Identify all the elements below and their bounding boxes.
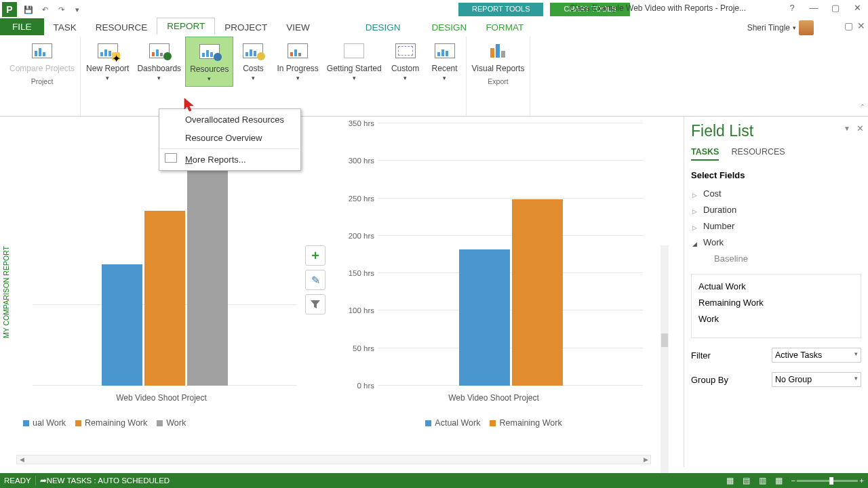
zoom-slider[interactable]: −+ (791, 476, 864, 485)
costs-button[interactable]: Costs▾ (233, 37, 273, 87)
help-icon[interactable]: ? (783, 0, 802, 15)
tab-report[interactable]: REPORT (157, 18, 215, 35)
resources-button[interactable]: Resources▾ (185, 37, 233, 87)
selected-fields-box[interactable]: Actual Work Remaining Work Work (691, 274, 861, 338)
tree-baseline[interactable]: Baseline (691, 251, 861, 267)
menu-resource-overview[interactable]: Resource Overview (161, 129, 299, 147)
in-progress-button[interactable]: In Progress▾ (273, 37, 322, 87)
filter-select[interactable]: Active Tasks▾ (772, 348, 861, 363)
groupby-label: Group By (691, 375, 728, 385)
maximize-icon[interactable]: ▢ (826, 0, 845, 15)
report-title-vertical: MY COMPARISON REPORT (0, 174, 12, 411)
getting-started-button[interactable]: Getting Started▾ (323, 37, 386, 87)
ribbon-group-project: Project (31, 76, 54, 87)
dashboards-button[interactable]: Dashboards▾ (133, 37, 185, 87)
tab-design-chart[interactable]: DESIGN (422, 20, 477, 35)
custom-button[interactable]: Custom▾ (386, 37, 425, 87)
ribbon-restore-icon[interactable]: ▢ (844, 20, 853, 31)
resources-dropdown: Overallocated Resources Resource Overvie… (159, 108, 301, 171)
tab-project[interactable]: PROJECT (215, 20, 277, 35)
qa-redo-icon[interactable]: ↷ (54, 2, 68, 17)
view-shortcut-4[interactable]: ▦ (771, 474, 787, 487)
new-report-button[interactable]: ✦ New Report▾ (82, 37, 133, 87)
status-schedule-icon[interactable]: ➦ (40, 476, 47, 485)
document-title: Class Example Web Video with Reports - P… (570, 3, 746, 13)
chart-filter-icon[interactable] (305, 294, 326, 314)
legend-actual-2: Actual Work (425, 418, 480, 428)
tab-view[interactable]: VIEW (277, 20, 319, 35)
panel-tab-resources[interactable]: RESOURCES (731, 147, 785, 161)
menu-more-reports[interactable]: More Reports... (161, 150, 299, 169)
filter-label: Filter (691, 350, 711, 361)
tree-number[interactable]: Number (691, 218, 861, 235)
chart1-category: Web Video Shoot Project (19, 393, 304, 403)
field-list-panel: ▼ ✕ Field List TASKS RESOURCES Select Fi… (684, 117, 868, 467)
chart-styles-icon[interactable]: ✎ (305, 270, 326, 290)
tab-design-report[interactable]: DESIGN (356, 20, 410, 35)
vertical-scrollbar[interactable] (660, 245, 669, 488)
horizontal-scrollbar[interactable]: ◀▶ (16, 455, 651, 464)
view-shortcut-3[interactable]: ▥ (755, 474, 771, 487)
recent-button[interactable]: Recent▾ (425, 37, 465, 87)
collapse-ribbon-icon[interactable]: ˆ (861, 104, 864, 113)
tree-duration[interactable]: Duration (691, 202, 861, 218)
status-newtasks[interactable]: NEW TASKS : AUTO SCHEDULED (47, 476, 170, 485)
tab-format[interactable]: FORMAT (476, 20, 533, 35)
panel-options-icon[interactable]: ▼ (844, 125, 850, 132)
user-account[interactable]: Sheri Tingle ▾ (747, 20, 814, 35)
compare-projects-button[interactable]: Compare Projects (5, 37, 79, 76)
tab-resource[interactable]: RESOURCE (86, 20, 157, 35)
legend-remaining-1: Remaining Work (75, 418, 147, 428)
context-report-tools: REPORT TOOLS (458, 3, 543, 16)
ribbon-close-icon[interactable]: ✕ (857, 20, 865, 31)
close-icon[interactable]: ✕ (848, 0, 867, 15)
avatar (799, 20, 814, 35)
tab-file[interactable]: FILE (0, 18, 44, 35)
ribbon-group-export: Export (488, 76, 508, 87)
panel-tab-tasks[interactable]: TASKS (691, 147, 719, 161)
panel-close-icon[interactable]: ✕ (856, 123, 864, 134)
qa-more-icon[interactable]: ▾ (70, 2, 85, 17)
panel-title: Field List (691, 122, 861, 140)
minimize-icon[interactable]: — (804, 0, 823, 15)
qa-save-icon[interactable]: 💾 (21, 2, 36, 17)
status-ready: READY (4, 476, 31, 485)
tree-work[interactable]: Work (691, 235, 861, 251)
groupby-select[interactable]: No Group▾ (772, 372, 861, 387)
tab-task[interactable]: TASK (44, 20, 86, 35)
view-shortcut-1[interactable]: ▦ (722, 474, 738, 487)
chart2-category: Web Video Shoot Project (331, 393, 656, 403)
view-shortcut-2[interactable]: ▤ (738, 474, 755, 487)
legend-remaining-2: Remaining Work (490, 418, 561, 428)
user-name: Sheri Tingle (747, 23, 790, 33)
chart-elements-icon[interactable]: + (305, 245, 326, 266)
qa-undo-icon[interactable]: ↶ (37, 2, 52, 17)
menu-overallocated[interactable]: Overallocated Resources (161, 110, 299, 129)
tree-cost[interactable]: Cost (691, 186, 861, 202)
app-icon: P (2, 2, 17, 17)
select-fields-heading: Select Fields (691, 170, 861, 180)
visual-reports-button[interactable]: Visual Reports (468, 37, 529, 76)
chart-right[interactable]: 0 hrs 50 hrs 100 hrs 150 hrs 200 hrs 250… (331, 117, 656, 467)
legend-work-1: Work (157, 418, 186, 428)
legend-actual-1: ual Work (23, 418, 66, 428)
